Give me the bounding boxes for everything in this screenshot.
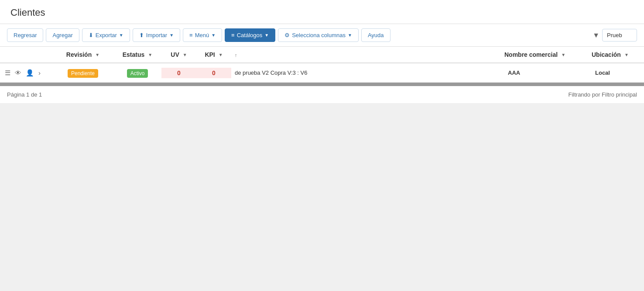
search-input[interactable]	[602, 29, 637, 42]
filter-icon: ▼	[593, 31, 599, 39]
cell-estatus: Activo	[113, 69, 161, 76]
comercial-sort[interactable]: Nombre comercial ▼	[504, 51, 565, 58]
col-header-estatus: Estatus ▼	[113, 51, 161, 58]
scroll-indicator	[0, 83, 644, 86]
table-row: ☰ 👁 👤 › Pendiente Activo 0 0 de prue	[0, 63, 644, 83]
importar-chevron-icon: ▼	[169, 33, 174, 38]
ayuda-button[interactable]: Ayuda	[361, 28, 391, 42]
row-person-button[interactable]: 👤	[24, 68, 35, 78]
revision-sort-icon: ▼	[95, 52, 99, 57]
kpi-sort[interactable]: KPI ▼	[205, 51, 223, 58]
cell-ubicacion: Local	[592, 69, 644, 76]
revision-sort[interactable]: Revisión ▼	[66, 51, 99, 58]
eye-icon: 👁	[15, 69, 21, 76]
catalogos-chevron-icon: ▼	[264, 33, 269, 38]
col-header-comercial: Nombre comercial ▼	[504, 51, 592, 58]
ubicacion-sort[interactable]: Ubicación ▼	[592, 51, 629, 58]
catalogos-button[interactable]: ≡ Catálogos ▼	[225, 28, 275, 42]
uv-sort-icon: ▼	[183, 52, 187, 57]
importar-button[interactable]: ⬆ Importar ▼	[133, 28, 180, 42]
estatus-badge: Activo	[127, 69, 148, 78]
regresar-button[interactable]: Regresar	[7, 28, 43, 42]
chevron-right-icon: ›	[38, 69, 41, 76]
list-icon: ☰	[5, 69, 10, 77]
toolbar: Regresar Agregar ⬇ Exportar ▼ ⬆ Importar…	[0, 24, 644, 47]
revision-badge: Pendiente	[68, 69, 98, 78]
cell-nombre: de prueba V2 Copra V:3 : V6	[231, 69, 504, 76]
table-header: Revisión ▼ Estatus ▼ UV ▼ KPI ▼	[0, 47, 644, 63]
cell-revision: Pendiente	[52, 69, 113, 76]
col-header-kpi: KPI ▼	[196, 51, 231, 58]
uv-sort[interactable]: UV ▼	[171, 51, 187, 58]
page-title: Clientes	[10, 7, 634, 18]
comercial-sort-icon: ▼	[561, 52, 565, 57]
page-footer: Página 1 de 1 Filtrando por Filtro princ…	[0, 86, 644, 103]
estatus-sort-icon: ▼	[148, 52, 152, 57]
col-header-ubicacion: Ubicación ▼	[592, 51, 644, 58]
columnas-chevron-icon: ▼	[348, 33, 352, 38]
cell-kpi: 0	[196, 68, 231, 78]
catalogos-list-icon: ≡	[231, 32, 235, 38]
col-header-revision: Revisión ▼	[52, 51, 113, 58]
menu-chevron-icon: ▼	[211, 33, 216, 38]
person-icon: 👤	[26, 69, 34, 77]
cell-uv: 0	[161, 68, 196, 78]
ubicacion-sort-icon: ▼	[624, 52, 629, 57]
data-table: Revisión ▼ Estatus ▼ UV ▼ KPI ▼	[0, 47, 644, 86]
cell-comercial: AAA	[504, 69, 592, 76]
row-expand-button[interactable]: ›	[37, 68, 42, 78]
filter-info: Filtrando por Filtro principal	[568, 91, 637, 98]
exportar-chevron-icon: ▼	[119, 33, 123, 38]
upload-icon: ⬆	[139, 32, 144, 38]
col-header-uv: UV ▼	[161, 51, 196, 58]
menu-button[interactable]: ≡ Menú ▼	[183, 28, 222, 42]
menu-lines-icon: ≡	[189, 32, 193, 38]
kpi-sort-icon: ▼	[219, 52, 223, 57]
download-icon: ⬇	[89, 32, 93, 38]
row-list-button[interactable]: ☰	[3, 68, 12, 78]
col-header-nombre: ↑	[231, 52, 504, 58]
row-actions: ☰ 👁 👤 ›	[0, 68, 52, 78]
nombre-up-icon: ↑	[235, 52, 237, 58]
agregar-button[interactable]: Agregar	[46, 28, 79, 42]
estatus-sort[interactable]: Estatus ▼	[123, 51, 152, 58]
main-content: ≡ Clasificación ≡ Industria ≡ Grupos ≡ S…	[0, 47, 644, 103]
exportar-button[interactable]: ⬇ Exportar ▼	[82, 28, 130, 42]
selecciona-columnas-button[interactable]: ⚙ Selecciona columnas ▼	[278, 28, 359, 42]
page-header: Clientes	[0, 0, 644, 24]
row-eye-button[interactable]: 👁	[14, 68, 23, 78]
pagination-info: Página 1 de 1	[7, 91, 42, 98]
nombre-sort[interactable]: ↑	[235, 52, 237, 58]
gear-icon: ⚙	[284, 32, 290, 38]
